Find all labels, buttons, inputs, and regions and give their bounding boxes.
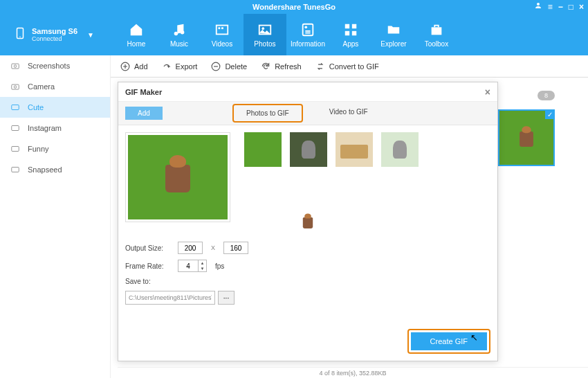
save-path-input[interactable] <box>125 291 215 305</box>
folder-icon <box>10 102 21 112</box>
save-path-row: ··· <box>125 291 248 305</box>
output-size-row: Output Size: X <box>125 242 248 254</box>
sidebar-item-label: Instagram <box>28 124 62 132</box>
refresh-button[interactable]: Refresh <box>261 62 302 71</box>
save-to-label: Save to: <box>125 278 169 285</box>
nav-apps[interactable]: Apps <box>329 14 372 55</box>
export-icon <box>162 62 172 71</box>
svg-point-2 <box>19 37 21 38</box>
tab-photos-to-gif[interactable]: Photos to GIF <box>232 104 303 123</box>
check-icon: ✓ <box>545 109 555 119</box>
folder-icon <box>10 144 21 154</box>
sidebar: Screenshots Camera Cute Instagram Funny … <box>0 55 111 378</box>
nav-explorer[interactable]: Explorer <box>372 14 415 55</box>
tab-video-to-gif[interactable]: Video to GIF <box>317 104 380 123</box>
app-title: Wondershare TunesGo <box>252 3 336 11</box>
nav-toolbox[interactable]: Toolbox <box>415 14 458 55</box>
menu-icon[interactable]: ≡ <box>548 2 553 12</box>
svg-rect-18 <box>432 27 442 35</box>
gif-maker-dialog: GIF Maker × Add Photos to GIF Video to G… <box>118 82 498 361</box>
export-label: Export <box>176 62 198 71</box>
nav-music[interactable]: Music <box>158 14 201 55</box>
device-status: Connected <box>32 35 77 42</box>
maximize-icon[interactable]: □ <box>569 2 573 12</box>
home-icon <box>128 22 145 37</box>
add-label: Add <box>134 62 148 71</box>
nav-label: Videos <box>212 40 232 48</box>
frame-rate-label: Frame Rate: <box>125 262 169 270</box>
create-gif-button[interactable]: Create GIF <box>411 332 487 350</box>
minimize-icon[interactable]: − <box>558 2 563 12</box>
svg-point-9 <box>261 27 264 30</box>
svg-rect-27 <box>12 126 19 131</box>
sidebar-item-camera[interactable]: Camera <box>0 76 110 97</box>
folder-icon <box>10 123 21 133</box>
nav-information[interactable]: Information <box>286 14 329 55</box>
svg-rect-14 <box>345 24 349 28</box>
frame-rate-row: Frame Rate: ▲ ▼ fps <box>125 260 248 272</box>
tabs: Photos to GIF Video to GIF <box>232 104 380 123</box>
video-icon <box>214 22 230 37</box>
sidebar-item-snapseed[interactable]: Snapseed <box>0 159 110 180</box>
svg-rect-5 <box>217 25 228 34</box>
spinner-down-icon[interactable]: ▼ <box>199 266 206 271</box>
gallery-thumb-selected[interactable]: ✓ <box>498 109 555 166</box>
count-badge: 8 <box>538 91 555 100</box>
convert-icon <box>315 62 325 71</box>
sidebar-item-screenshots[interactable]: Screenshots <box>0 55 110 76</box>
close-icon[interactable]: × <box>579 2 584 12</box>
thumbnail[interactable] <box>244 132 282 167</box>
svg-point-0 <box>537 3 540 6</box>
nav-label: Home <box>127 40 146 48</box>
delete-icon <box>211 62 221 71</box>
svg-rect-24 <box>12 84 19 89</box>
convert-button[interactable]: Convert to GIF <box>315 62 379 71</box>
folder-icon <box>385 22 402 37</box>
nav-label: Apps <box>343 40 359 48</box>
width-input[interactable] <box>178 242 203 254</box>
user-icon[interactable] <box>534 1 542 12</box>
svg-rect-16 <box>345 30 349 35</box>
nav-photos[interactable]: Photos <box>244 14 286 55</box>
svg-rect-10 <box>303 24 313 35</box>
add-button[interactable]: Add <box>125 107 163 120</box>
photo-icon <box>257 22 273 37</box>
sidebar-item-label: Funny <box>28 145 49 153</box>
sidebar-item-instagram[interactable]: Instagram <box>0 118 110 138</box>
device-name: Samsung S6 <box>32 27 77 35</box>
thumbnail[interactable] <box>336 132 373 167</box>
svg-point-3 <box>174 31 178 35</box>
add-button[interactable]: Add <box>120 62 148 71</box>
save-to-row: Save to: <box>125 278 248 285</box>
spinner-up-icon[interactable]: ▲ <box>199 260 206 266</box>
dialog-body <box>118 125 497 229</box>
sidebar-item-cute[interactable]: Cute <box>0 97 110 118</box>
thumbnail[interactable] <box>290 132 327 167</box>
nav-home[interactable]: Home <box>115 14 158 55</box>
music-icon <box>171 22 187 37</box>
preview-pane <box>125 132 230 222</box>
device-text: Samsung S6 Connected <box>32 27 77 42</box>
output-size-label: Output Size: <box>125 244 169 252</box>
frame-rate-input[interactable] <box>178 260 199 272</box>
svg-point-25 <box>14 86 17 89</box>
delete-button[interactable]: Delete <box>211 62 247 71</box>
browse-button[interactable]: ··· <box>218 291 235 305</box>
form-area: Output Size: X Frame Rate: ▲ ▼ fps Save … <box>125 242 248 305</box>
device-selector[interactable]: Samsung S6 Connected ▼ <box>7 25 108 44</box>
height-input[interactable] <box>223 242 248 254</box>
nav-videos[interactable]: Videos <box>201 14 244 55</box>
close-icon[interactable]: × <box>485 87 490 98</box>
nav-label: Photos <box>254 40 275 48</box>
preview-image <box>125 132 230 222</box>
fps-label: fps <box>215 262 224 270</box>
title-bar: Wondershare TunesGo ≡ − □ × <box>0 0 588 14</box>
svg-rect-6 <box>218 27 220 29</box>
delete-label: Delete <box>225 62 247 71</box>
export-button[interactable]: Export <box>162 62 198 71</box>
svg-point-23 <box>14 65 17 68</box>
sidebar-item-funny[interactable]: Funny <box>0 138 110 159</box>
thumbnail[interactable] <box>381 132 419 167</box>
svg-rect-22 <box>12 64 19 69</box>
nav-label: Toolbox <box>425 40 448 48</box>
